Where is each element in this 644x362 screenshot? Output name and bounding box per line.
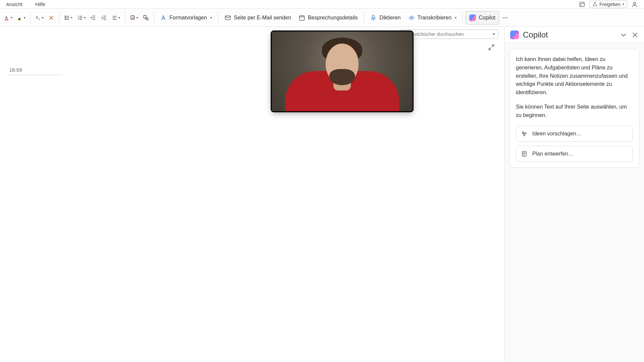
menubar: Ansicht Hilfe Freigeben ▾	[0, 0, 644, 9]
svg-rect-5	[18, 20, 22, 20]
ribbon: A ▾ ▾ X2 ▾ ▾ 123 ▾	[0, 9, 644, 27]
indent-button[interactable]	[99, 11, 109, 24]
svg-text:A: A	[5, 15, 8, 20]
svg-text:3: 3	[78, 18, 79, 20]
dictate-button[interactable]: Diktieren	[367, 11, 404, 24]
search-notebooks[interactable]	[401, 29, 498, 39]
chevron-down-icon: ▾	[24, 16, 25, 19]
share-label: Freigeben	[599, 2, 621, 7]
copilot-panel: Copilot Ich kann Ihnen dabei helfen, Ide…	[504, 27, 644, 362]
close-icon[interactable]	[631, 31, 639, 39]
chevron-down-icon: ▾	[42, 16, 44, 19]
svg-rect-4	[5, 19, 8, 20]
account-icon[interactable]	[631, 1, 638, 8]
suggest-ideas-label: Ideen vorschlagen…	[532, 131, 582, 137]
more-commands-button[interactable]	[500, 11, 511, 24]
meeting-details-button[interactable]: Besprechungsdetails	[295, 11, 361, 24]
svg-point-50	[506, 17, 507, 18]
svg-point-49	[504, 17, 505, 18]
svg-text:2: 2	[39, 18, 40, 20]
svg-point-2	[634, 2, 636, 4]
svg-point-33	[146, 18, 148, 20]
copilot-icon	[469, 14, 476, 21]
search-input[interactable]	[411, 32, 490, 37]
svg-line-54	[492, 45, 494, 47]
dictate-label: Diktieren	[379, 15, 400, 21]
page-timestamp: 16:59	[9, 67, 62, 75]
svg-rect-1	[581, 3, 584, 6]
transcribe-button[interactable]: Transkribieren ▾	[405, 11, 460, 24]
copilot-title: Copilot	[523, 30, 616, 40]
plan-icon	[521, 150, 528, 157]
svg-point-10	[65, 16, 66, 16]
bulleted-list-button[interactable]: ▾	[62, 11, 74, 24]
find-tags-button[interactable]	[141, 11, 151, 24]
chevron-down-icon: ▾	[623, 2, 624, 6]
page-canvas[interactable]: 16:59	[0, 27, 504, 362]
suggest-ideas-button[interactable]: Ideen vorschlagen…	[516, 126, 633, 142]
expand-icon[interactable]	[488, 44, 495, 51]
tags-button[interactable]: ▾	[128, 11, 140, 24]
chevron-down-icon: ▾	[118, 16, 120, 19]
svg-line-55	[489, 48, 491, 50]
subscript-button[interactable]: X2 ▾	[33, 11, 46, 24]
styles-button[interactable]: Formatvorlagen ▾	[157, 11, 215, 24]
chevron-down-icon: ▾	[11, 16, 12, 19]
svg-point-59	[525, 132, 526, 133]
svg-marker-53	[492, 34, 495, 35]
svg-rect-32	[144, 15, 146, 18]
svg-line-62	[524, 133, 524, 134]
svg-point-12	[65, 17, 66, 18]
collapse-icon[interactable]	[620, 31, 627, 39]
chevron-down-icon: ▾	[455, 16, 457, 19]
svg-line-34	[148, 19, 148, 20]
draft-plan-label: Plan entwerfen…	[532, 151, 574, 157]
ideas-icon	[521, 130, 528, 137]
menu-view[interactable]: Ansicht	[6, 1, 22, 7]
styles-label: Formatvorlagen	[169, 15, 207, 21]
copilot-intro-text: Ich kann Ihnen dabei helfen, Ideen zu ge…	[516, 55, 633, 97]
draft-plan-button[interactable]: Plan entwerfen…	[516, 146, 633, 162]
copilot-button[interactable]: Copilot	[466, 11, 499, 24]
copilot-icon	[510, 31, 519, 39]
font-color-button[interactable]: A ▾	[2, 11, 14, 24]
copilot-label: Copilot	[479, 15, 495, 21]
email-page-button[interactable]: Seite per E-Mail senden	[221, 11, 294, 24]
meeting-details-label: Besprechungsdetails	[308, 15, 358, 21]
email-page-label: Seite per E-Mail senden	[234, 15, 291, 21]
copilot-header: Copilot	[505, 27, 644, 43]
share-button[interactable]: Freigeben ▾	[589, 1, 627, 8]
copilot-intro-card: Ich kann Ihnen dabei helfen, Ideen zu ge…	[509, 49, 639, 168]
svg-point-48	[503, 17, 504, 18]
chevron-down-icon: ▾	[137, 16, 138, 19]
window-mode-icon[interactable]	[579, 1, 585, 8]
svg-line-61	[524, 133, 525, 133]
webcam-overlay	[272, 32, 413, 111]
svg-rect-37	[299, 16, 304, 20]
menu-help[interactable]: Hilfe	[35, 1, 45, 7]
svg-rect-41	[373, 15, 374, 18]
alignment-button[interactable]: ▾	[110, 11, 122, 24]
highlight-button[interactable]: ▾	[15, 11, 28, 24]
clear-formatting-button[interactable]	[46, 11, 56, 24]
outdent-button[interactable]	[88, 11, 98, 24]
chevron-down-icon: ▾	[84, 16, 86, 19]
numbered-list-button[interactable]: 123 ▾	[75, 11, 88, 24]
copilot-hint-text: Sie können Text auf Ihrer Seite auswähle…	[516, 103, 633, 120]
svg-text:X: X	[36, 15, 38, 19]
svg-point-14	[65, 19, 66, 19]
chevron-down-icon: ▾	[210, 16, 212, 19]
transcribe-label: Transkribieren	[418, 15, 452, 21]
chevron-down-icon: ▾	[71, 16, 72, 19]
chevron-down-icon[interactable]	[492, 32, 496, 37]
